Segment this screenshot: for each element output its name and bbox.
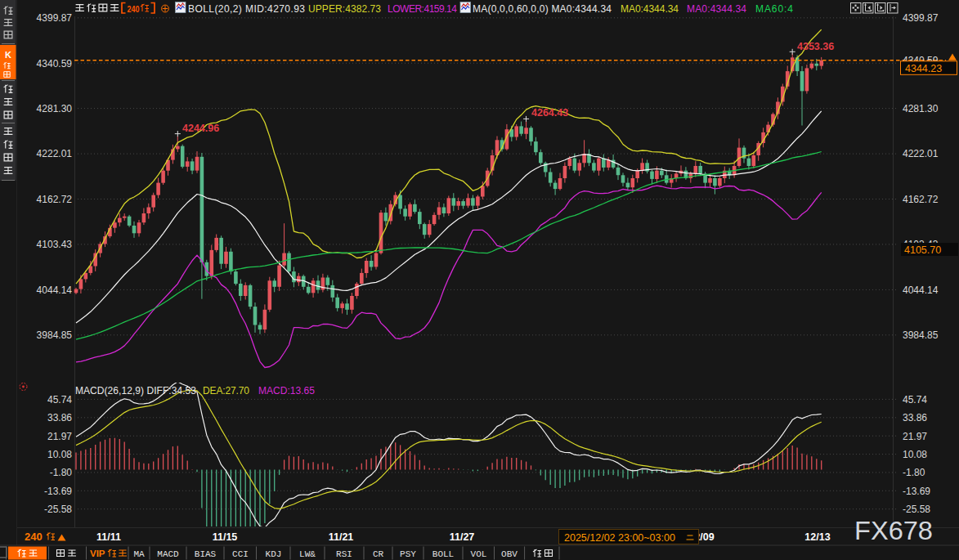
- svg-text:4044.14: 4044.14: [903, 284, 939, 296]
- svg-text:12/13: 12/13: [804, 531, 830, 543]
- svg-text:4281.30: 4281.30: [37, 103, 73, 114]
- svg-text:21.97: 21.97: [47, 431, 72, 442]
- svg-text:-1.80: -1.80: [50, 467, 73, 478]
- svg-text:MA0:4344.34: MA0:4344.34: [687, 3, 746, 15]
- svg-text:-13.69: -13.69: [44, 486, 72, 497]
- svg-text:MACD(26,12,9) DIFF:34.53: MACD(26,12,9) DIFF:34.53: [75, 385, 196, 396]
- svg-text:LW&: LW&: [299, 549, 316, 559]
- svg-text:FX678: FX678: [854, 517, 933, 545]
- svg-text:OBV: OBV: [501, 549, 518, 559]
- svg-text:45.74: 45.74: [903, 394, 927, 405]
- svg-text:RSI: RSI: [336, 549, 352, 559]
- svg-text:MA60:4: MA60:4: [755, 3, 793, 15]
- svg-text:4244.96: 4244.96: [182, 123, 219, 134]
- svg-text:DEA:27.70: DEA:27.70: [203, 385, 249, 396]
- svg-text:-25.58: -25.58: [44, 504, 72, 515]
- svg-text:4344.23: 4344.23: [905, 63, 942, 74]
- svg-text:4399.87: 4399.87: [37, 12, 73, 24]
- svg-text:10.08: 10.08: [903, 449, 927, 460]
- svg-text:VIP: VIP: [90, 549, 105, 558]
- svg-text:240: 240: [128, 4, 140, 14]
- svg-text:-25.58: -25.58: [903, 504, 930, 515]
- svg-text:CR: CR: [373, 549, 384, 559]
- svg-text:VOL: VOL: [471, 549, 487, 559]
- svg-text:BIAS: BIAS: [195, 549, 217, 559]
- svg-text:KDJ: KDJ: [266, 549, 282, 559]
- svg-text:11/15: 11/15: [213, 531, 238, 543]
- svg-text:4105.70: 4105.70: [904, 244, 941, 256]
- svg-text:240: 240: [25, 531, 43, 543]
- svg-text:4044.14: 4044.14: [37, 284, 73, 296]
- svg-text:45.74: 45.74: [47, 394, 72, 405]
- svg-text:11/11: 11/11: [96, 531, 121, 543]
- svg-text:4222.01: 4222.01: [903, 148, 939, 159]
- svg-text:33.86: 33.86: [47, 412, 72, 423]
- svg-text:MA(0,0,0,60,0,0) MA0:4344.34: MA(0,0,0,60,0,0) MA0:4344.34: [473, 3, 612, 15]
- svg-text:CCI: CCI: [232, 549, 249, 559]
- svg-text:MA: MA: [133, 549, 145, 559]
- svg-text:4162.72: 4162.72: [37, 194, 73, 205]
- svg-text:4340.59: 4340.59: [37, 58, 73, 69]
- svg-text:-13.69: -13.69: [903, 486, 930, 497]
- svg-text:MACD:13.65: MACD:13.65: [258, 385, 315, 396]
- svg-text:10.08: 10.08: [47, 449, 72, 460]
- svg-text:33.86: 33.86: [903, 412, 927, 423]
- svg-text:PSY: PSY: [400, 549, 416, 559]
- svg-text:4281.30: 4281.30: [903, 103, 939, 114]
- svg-text:4103.43: 4103.43: [37, 239, 73, 250]
- svg-text:4264.43: 4264.43: [531, 107, 568, 119]
- svg-text:LOWER:4159.14: LOWER:4159.14: [388, 3, 457, 15]
- svg-text:4353.36: 4353.36: [797, 41, 834, 52]
- svg-text:11/27: 11/27: [450, 531, 475, 543]
- svg-text:4162.72: 4162.72: [903, 194, 939, 205]
- svg-text:MA0:4344.34: MA0:4344.34: [621, 3, 679, 15]
- svg-text:K: K: [5, 50, 11, 60]
- svg-text:UPPER:4382.73: UPPER:4382.73: [308, 3, 381, 15]
- svg-text:4399.87: 4399.87: [903, 12, 939, 24]
- svg-text:BOLL(20,2) MID:4270.93: BOLL(20,2) MID:4270.93: [188, 3, 305, 15]
- svg-text:3984.85: 3984.85: [37, 329, 73, 341]
- svg-text:MACD: MACD: [157, 549, 179, 559]
- svg-text:-1.80: -1.80: [903, 467, 925, 478]
- svg-text:3984.85: 3984.85: [903, 329, 939, 341]
- svg-text:11/21: 11/21: [329, 531, 354, 543]
- svg-text:BOLL: BOLL: [432, 549, 454, 559]
- svg-text:21.97: 21.97: [903, 431, 927, 442]
- svg-text:4222.01: 4222.01: [37, 148, 73, 159]
- svg-text:2025/12/02 23:00~03:00: 2025/12/02 23:00~03:00: [564, 532, 675, 544]
